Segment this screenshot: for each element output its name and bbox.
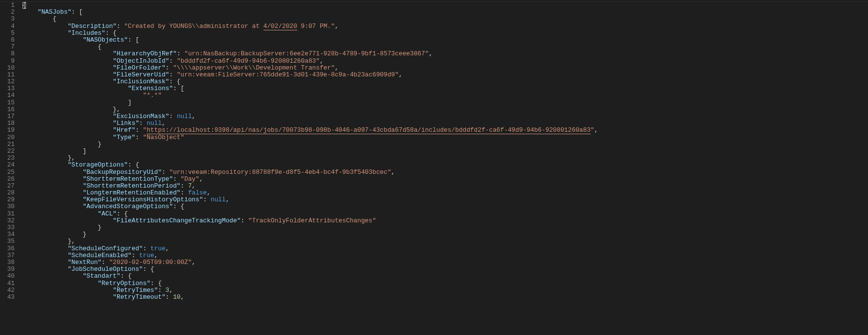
token-punct: : [ [173,85,184,92]
code-line[interactable]: { [23,16,868,23]
token-keyword: null [211,196,226,203]
code-line[interactable]: ] [23,99,868,106]
token-punct [23,23,68,30]
token-punct [23,120,113,127]
code-line[interactable]: "ACL": { [23,211,868,217]
code-editor[interactable]: 1234567891011121314151617181920212223242… [0,2,868,335]
code-line[interactable]: "Type": "NasObject" [23,134,868,141]
line-number: 20 [0,134,15,141]
token-punct: }, [23,238,75,245]
code-line[interactable]: { [23,44,868,50]
token-punct [23,161,68,168]
token-punct [23,189,83,196]
token-string: "2020-02-05T09:00:00Z" [109,259,192,266]
token-punct: : [117,23,124,30]
token-key: "StorageOptions" [68,161,128,168]
token-keyword: null [146,120,162,127]
code-line[interactable]: "JobScheduleOptions": { [23,266,868,273]
code-line[interactable]: "InclusionMask": { [23,78,868,85]
code-line[interactable]: "ObjectInJobId": "bdddfd2f-ca6f-49d9-94b… [23,58,868,65]
code-line[interactable]: ] [23,148,868,155]
code-line[interactable]: "NextRun": "2020-02-05T09:00:00Z", [23,259,868,266]
line-number: 11 [0,72,15,78]
code-line[interactable]: "StorageOptions": { [23,162,868,168]
token-punct [23,71,113,78]
token-punct: : [169,113,177,120]
code-line[interactable]: "Extensions": [ [23,85,868,92]
token-key: "ACL" [98,210,117,217]
code-line[interactable]: }, [23,106,868,113]
line-number: 7 [0,44,15,50]
token-punct: : [166,293,173,301]
code-line[interactable]: "RetryTimeout": 10, [23,294,868,301]
token-string: "urn:veeam:Repository:88788f9e-d8f5-4eb4… [169,168,391,176]
code-line[interactable]: "ShorttermRetentionType": "Day", [23,176,868,183]
code-line[interactable]: "NASJobs": [ [23,9,868,16]
line-number: 5 [0,30,15,37]
code-line[interactable]: "Href": "https://localhost:9398/api/nas/… [23,127,868,134]
code-line[interactable]: } [23,141,868,148]
code-line[interactable]: "AdvancedStorageOptions": { [23,203,868,210]
code-line[interactable]: "Standart": { [23,273,868,280]
token-key: "BackupRepositoryUid" [83,168,162,176]
code-area[interactable]: { "NASJobs": [ { "Description": "Created… [20,2,868,335]
line-number: 42 [0,287,15,294]
token-punct [23,36,83,44]
token-punct [23,113,113,120]
line-number: 28 [0,190,15,196]
token-punct: ] [23,99,132,106]
token-string: 4/02/2020 [264,23,297,30]
line-number: 3 [0,16,15,23]
token-punct: : [162,168,169,176]
code-line[interactable]: "Links": null, [23,120,868,127]
code-line[interactable]: "ScheduleEnabled": true, [23,252,868,259]
line-number: 39 [0,266,15,273]
token-punct: , [181,293,185,301]
code-line[interactable]: }, [23,238,868,245]
line-number: 18 [0,120,15,127]
code-line[interactable]: "BackupRepositoryUid": "urn:veeam:Reposi… [23,169,868,176]
token-punct: : [135,126,143,134]
code-line[interactable]: "FileServerUid": "urn:veeam:FileServer:7… [23,72,868,78]
line-number: 23 [0,155,15,162]
token-punct [23,280,98,287]
code-line[interactable]: "RetryOptions": { [23,280,868,287]
token-punct [23,217,113,224]
token-punct: , [199,175,203,183]
code-line[interactable]: }, [23,155,868,162]
code-line[interactable]: "ShorttermRetentionPeriod": 7, [23,183,868,190]
code-line[interactable]: "ExclusionMask": null, [23,113,868,120]
token-punct: : { [173,203,184,210]
token-key: "JobScheduleOptions" [68,265,143,273]
code-line[interactable]: { [23,2,868,9]
token-punct: : [203,196,211,203]
code-line[interactable]: "FileOrFolder": "\\\\appserver\\Work\\De… [23,65,868,72]
code-line[interactable]: "Description": "Created by YOUNGS\\admin… [23,23,868,30]
token-punct: : { [105,29,117,37]
code-line[interactable]: } [23,224,868,231]
line-number: 13 [0,85,15,92]
token-punct [23,252,68,259]
code-line[interactable]: "NASObjects": [ [23,37,868,44]
code-line[interactable]: "FileAttributesChangeTrackingMode": "Tra… [23,217,868,224]
code-line[interactable]: "LongtermRetentionEnabled": false, [23,190,868,196]
token-keyword: null [177,113,192,120]
line-number: 30 [0,203,15,210]
code-line[interactable]: "RetryTimes": 3, [23,287,868,294]
line-number: 38 [0,259,15,266]
token-key: "KeepFileVersionsHistoryOptions" [83,196,203,203]
code-line[interactable]: "KeepFileVersionsHistoryOptions": null, [23,196,868,203]
code-line[interactable]: "Includes": { [23,30,868,37]
code-line[interactable]: "ScheduleConfigured": true, [23,245,868,252]
token-punct: : { [143,265,154,273]
code-line[interactable]: } [23,231,868,238]
token-punct: } [23,224,101,231]
token-punct: , [166,245,169,252]
token-string: "urn:veeam:FileServer:765dde91-3d01-439e… [177,71,399,78]
token-punct: : [132,252,139,259]
token-punct: : [181,182,188,190]
line-number: 25 [0,169,15,176]
code-line[interactable]: "*.*" [23,92,868,99]
token-punct: { [23,15,56,23]
code-line[interactable]: "HierarchyObjRef": "urn:NasBackup:Backup… [23,50,868,57]
